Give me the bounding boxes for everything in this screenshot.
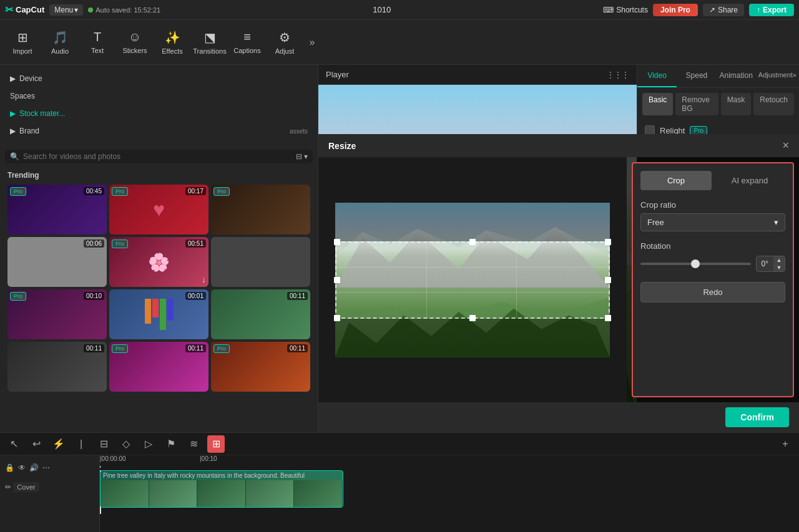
pro-badge-12: Pro: [213, 344, 230, 353]
timeline-audio-btn[interactable]: ≋: [185, 435, 202, 453]
rotation-decrement-button[interactable]: ▼: [773, 264, 785, 271]
crop-handle-bottomleft[interactable]: [334, 315, 340, 321]
search-input[interactable]: [23, 152, 292, 161]
crop-handle-topleft[interactable]: [334, 239, 340, 245]
duration-1: 00:45: [84, 187, 104, 195]
tool-adjust[interactable]: ⚙ Adjust: [267, 22, 302, 62]
share-button[interactable]: ↗ Share: [703, 4, 744, 16]
media-thumb-1[interactable]: Pro 00:45: [7, 185, 107, 235]
track-visibility-icon[interactable]: 👁: [18, 463, 26, 472]
media-thumb-6[interactable]: [211, 237, 310, 287]
download-icon-5: ↓: [202, 274, 206, 284]
tab-animation[interactable]: Animation: [717, 65, 756, 87]
timeline-resize-btn[interactable]: ⊞: [207, 435, 225, 453]
tool-transitions[interactable]: ⬔ Transitions: [192, 22, 227, 62]
timeline-marker-btn[interactable]: ⚑: [162, 435, 180, 453]
rotation-value-input: 0° ▲ ▼: [756, 256, 785, 272]
crop-handle-topcenter[interactable]: [469, 239, 476, 245]
media-thumb-7[interactable]: Pro 00:10: [7, 289, 107, 339]
track-more-icon[interactable]: ⋯: [42, 463, 50, 472]
timeline-undo-btn[interactable]: ↩: [27, 435, 45, 453]
join-pro-button[interactable]: Join Pro: [653, 4, 698, 16]
crop-handle-middleright[interactable]: [605, 277, 611, 283]
crop-tab-crop[interactable]: Crop: [640, 171, 712, 190]
media-thumb-5[interactable]: Pro 🌸 00:51 ↓: [109, 237, 208, 287]
topbar-right-buttons: ⌨ Shortcuts Join Pro ↗ Share ↑ Export: [603, 4, 794, 16]
tool-import[interactable]: ⊞ Import: [5, 22, 40, 62]
player-options-button[interactable]: ⋮⋮⋮: [607, 70, 629, 79]
track-edit-icon[interactable]: ✏: [5, 483, 11, 491]
timeline-zoom-add-btn[interactable]: +: [777, 435, 794, 453]
media-thumb-12[interactable]: Pro 00:11: [211, 342, 310, 392]
timeline-crop-btn[interactable]: ⊟: [95, 435, 112, 453]
duration-12: 00:11: [287, 344, 308, 352]
nav-item-spaces[interactable]: Spaces: [2, 88, 315, 104]
right-panel-sub-tabs: Basic Remove BG Mask Retouch: [637, 88, 799, 120]
cover-label[interactable]: Cover: [13, 482, 39, 492]
rotation-increment-button[interactable]: ▲: [773, 256, 785, 264]
tool-effects[interactable]: ✨ Effects: [155, 22, 190, 62]
media-grid: Pro 00:45 Pro ♥ 00:17 Pro 00:06 Pro 🌸 00…: [0, 182, 318, 394]
filter-icon[interactable]: ⊟ ▾: [296, 152, 308, 161]
media-thumb-9[interactable]: 00:11: [211, 289, 310, 339]
media-thumb-2[interactable]: Pro ♥ 00:17: [109, 185, 208, 235]
tab-adjustment[interactable]: Adjustment»: [756, 65, 799, 87]
export-button[interactable]: ↑ Export: [749, 4, 794, 16]
timeline-freeze-btn[interactable]: ◇: [117, 435, 135, 453]
media-search-bar[interactable]: 🔍 ⊟ ▾: [5, 150, 313, 163]
tool-audio[interactable]: 🎵 Audio: [42, 22, 77, 62]
crop-handle-middleleft[interactable]: [334, 277, 340, 283]
tab-speed[interactable]: Speed: [677, 65, 716, 87]
track-audio-icon[interactable]: 🔊: [29, 463, 39, 472]
redo-button[interactable]: Redo: [640, 282, 785, 302]
media-thumb-3[interactable]: Pro: [211, 185, 310, 235]
shortcuts-button[interactable]: ⌨ Shortcuts: [603, 6, 648, 14]
media-thumb-4[interactable]: 00:06: [7, 237, 107, 287]
tool-stickers[interactable]: ☺ Stickers: [117, 22, 152, 62]
timeline-clip[interactable]: Pine tree valley in Italy with rocky mou…: [100, 470, 343, 508]
crop-ratio-label: Crop ratio: [640, 200, 785, 210]
confirm-button[interactable]: Confirm: [725, 407, 789, 427]
crop-tab-ai-expand[interactable]: AI expand: [714, 171, 785, 190]
media-thumb-10[interactable]: 00:11: [7, 342, 107, 392]
tool-captions[interactable]: ≡ Captions: [230, 22, 265, 62]
crop-tabs: Crop AI expand: [640, 171, 785, 190]
tool-text[interactable]: T Text: [80, 22, 115, 62]
timeline-cursor-btn[interactable]: ↖: [5, 435, 22, 453]
sub-tab-basic[interactable]: Basic: [642, 93, 673, 115]
timeline-play-btn[interactable]: ▷: [140, 435, 157, 453]
crop-ratio-select[interactable]: Free ▾: [640, 213, 785, 231]
sub-tab-retouch[interactable]: Retouch: [753, 93, 794, 115]
crop-handle-topright[interactable]: [605, 239, 611, 245]
resize-dialog-close-button[interactable]: ×: [782, 139, 789, 152]
tab-video[interactable]: Video: [637, 65, 677, 87]
resize-dialog[interactable]: Resize ×: [318, 134, 799, 432]
track-lock-icon[interactable]: 🔒: [5, 463, 14, 472]
media-thumb-11[interactable]: Pro 00:11: [109, 342, 208, 392]
media-thumb-8[interactable]: 00:01: [109, 289, 208, 339]
menu-button[interactable]: Menu ▾: [49, 4, 83, 16]
crop-overlay: [335, 203, 610, 357]
sub-tab-removebg[interactable]: Remove BG: [675, 93, 718, 115]
right-panel-tabs: Video Speed Animation Adjustment»: [637, 65, 799, 88]
timeline-split-btn[interactable]: ⚡: [50, 435, 67, 453]
pro-badge-5: Pro: [112, 239, 128, 248]
timeline-delete-btn[interactable]: |: [72, 435, 90, 453]
timeline-main-track: Pine tree valley in Italy with rocky mou…: [100, 470, 799, 514]
nav-items: ▶ Device Spaces ▶ Stock mater... ▶ Brand…: [0, 65, 318, 145]
nav-item-stock[interactable]: ▶ Stock mater...: [2, 105, 315, 122]
nav-item-device[interactable]: ▶ Device: [2, 70, 315, 87]
toolbar-more-button[interactable]: »: [305, 22, 320, 62]
track-edit-row: ✏ Cover: [0, 480, 99, 494]
crop-handle-bottomright[interactable]: [605, 315, 611, 321]
nav-item-brand[interactable]: ▶ Brand assets: [2, 123, 315, 139]
timeline-track-area: |00:00:00 |00:10 Pine tree valley in Ita…: [100, 455, 799, 532]
crop-handle-bottomcenter[interactable]: [469, 315, 476, 321]
left-panel: ▶ Device Spaces ▶ Stock mater... ▶ Brand…: [0, 65, 318, 432]
rotation-slider[interactable]: [640, 263, 751, 265]
rotation-slider-thumb[interactable]: [691, 259, 700, 268]
rotation-arrows: ▲ ▼: [773, 256, 785, 271]
stickers-icon: ☺: [129, 30, 141, 44]
effects-icon: ✨: [165, 30, 180, 45]
sub-tab-mask[interactable]: Mask: [721, 93, 752, 115]
